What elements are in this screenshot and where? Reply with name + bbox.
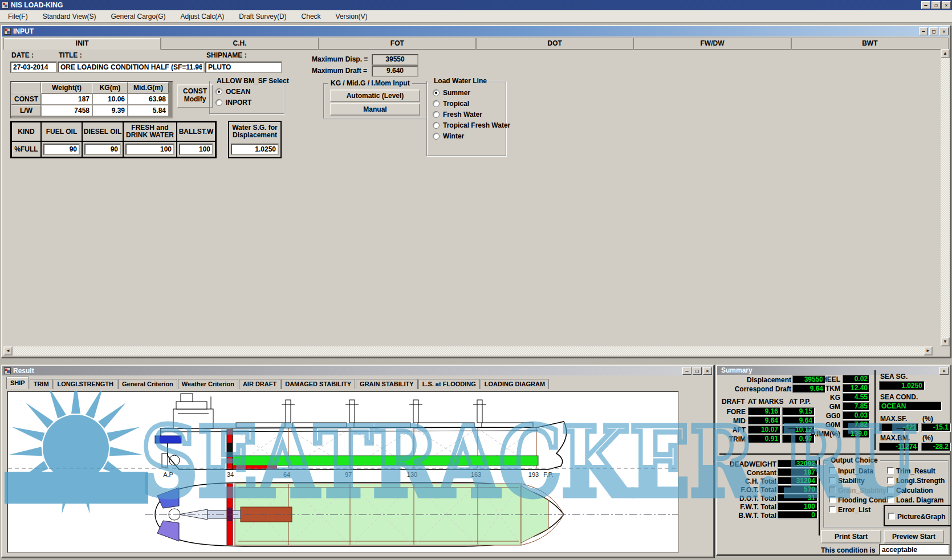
kg-input-group: KG / Mid.G / I.Mom Input Automatic (Leve… <box>323 83 427 118</box>
flooding-cond-checkbox[interactable] <box>829 496 836 503</box>
constant-label: Constant <box>717 469 776 477</box>
cell-kg[interactable]: 10.06 <box>92 93 128 105</box>
close-icon[interactable]: ✕ <box>942 1 951 9</box>
const-col-blank <box>11 82 41 93</box>
menu-file[interactable]: File(F) <box>8 13 28 21</box>
tropical-radio[interactable] <box>433 100 440 107</box>
vertical-scrollbar[interactable] <box>941 49 950 346</box>
preview-start-button[interactable]: Preview Start <box>884 530 944 543</box>
stability-label: Stability <box>838 477 865 485</box>
water-sg-input[interactable] <box>231 144 279 155</box>
tab-air-draft[interactable]: AIR DRAFT <box>239 379 280 389</box>
scroll-right-icon[interactable]: ► <box>923 346 933 355</box>
engine-bulkhead-dark <box>227 443 233 457</box>
draft-header: DRAFT <box>722 398 745 406</box>
trim-label: TRIM <box>719 435 746 443</box>
error-list-checkbox[interactable] <box>829 506 836 513</box>
tab-weather-criterion[interactable]: Weather Criterion <box>178 379 238 389</box>
tab-ch[interactable]: C.H. <box>161 38 318 50</box>
picture-graph-checkbox[interactable] <box>888 513 895 520</box>
diesel-oil-input[interactable] <box>84 144 121 155</box>
horizontal-scrollbar[interactable] <box>3 346 933 355</box>
tab-ship[interactable]: SHIP <box>6 377 29 389</box>
ocean-radio[interactable] <box>215 88 222 95</box>
tab-dot[interactable]: DOT <box>476 38 633 50</box>
minimize-icon[interactable]: – <box>682 367 691 375</box>
shipname-input[interactable] <box>205 62 282 73</box>
minimize-icon[interactable]: – <box>919 27 928 35</box>
close-icon[interactable]: ✕ <box>939 367 949 375</box>
result-titlebar: Result – □ ✕ <box>2 366 713 375</box>
cell-midg[interactable]: 63.98 <box>128 93 169 105</box>
title-input[interactable] <box>58 62 205 73</box>
condition-field[interactable] <box>879 544 950 555</box>
maximize-icon[interactable]: □ <box>693 367 702 375</box>
tab-init[interactable]: INIT <box>3 38 161 50</box>
menu-version[interactable]: Version(V) <box>336 13 368 21</box>
tab-trim[interactable]: TRIM <box>30 379 53 389</box>
manual-button[interactable]: Manual <box>330 103 420 116</box>
result-window-title: Result <box>13 367 34 375</box>
calculation-checkbox[interactable] <box>887 487 894 493</box>
bwt-total-value: 0 <box>778 511 817 519</box>
const-modify-button[interactable]: CONST Modify <box>177 84 213 108</box>
tab-loading-diagram[interactable]: LOADING DIAGRAM <box>481 379 549 389</box>
output-choice-title: Output Choice <box>828 456 880 464</box>
load-diagram-checkbox[interactable] <box>887 496 894 503</box>
tab-general-criterion[interactable]: General Criterion <box>118 379 177 389</box>
menu-general-cargo[interactable]: General Cargo(G) <box>111 13 166 21</box>
ballast-input[interactable] <box>179 144 213 155</box>
summary-title: Summary <box>721 366 752 374</box>
kg-input-title: KG / Mid.G / I.Mom Input <box>328 79 412 87</box>
inport-label: INPORT <box>226 99 251 107</box>
menu-draft-survey[interactable]: Draft Survey(D) <box>239 13 286 21</box>
fuel-oil-input[interactable] <box>43 144 80 155</box>
automatic-level-button[interactable]: Automatic (Level) <box>330 89 420 102</box>
tab-longi-strength[interactable]: LONGI.STRENGTH <box>54 379 117 389</box>
scroll-left-icon[interactable]: ◄ <box>3 346 13 355</box>
cargo-level-bar <box>233 456 538 465</box>
tab-fwdw[interactable]: FW/DW <box>633 38 791 50</box>
cell-kg[interactable]: 9.39 <box>92 105 128 116</box>
menu-adjust-calc[interactable]: Adjust Calc(A) <box>181 13 225 21</box>
print-start-button[interactable]: Print Start <box>821 530 881 543</box>
scroll-up-icon[interactable]: ▲ <box>941 49 950 58</box>
close-icon[interactable]: ✕ <box>703 367 712 375</box>
inport-radio[interactable] <box>215 99 222 106</box>
restore-icon[interactable]: ❐ <box>931 1 941 9</box>
maximize-icon[interactable]: □ <box>929 27 938 35</box>
menu-check[interactable]: Check <box>302 13 321 21</box>
ch-total-label: C.H. Total <box>717 477 776 485</box>
close-icon[interactable]: ✕ <box>939 27 949 35</box>
stability-checkbox[interactable] <box>829 477 836 484</box>
winter-radio[interactable] <box>433 133 440 140</box>
tab-damaged-stability[interactable]: DAMAGED STABILITY <box>281 379 355 389</box>
cell-midg[interactable]: 5.84 <box>128 105 169 116</box>
input-data-checkbox[interactable] <box>829 467 836 474</box>
summer-radio[interactable] <box>433 89 440 96</box>
tropical-fresh-water-radio[interactable] <box>433 122 440 129</box>
frame-label-fp: F.P. <box>543 471 554 478</box>
cell-weight[interactable]: 7458 <box>41 105 92 116</box>
tab-grain-stability[interactable]: GRAIN STABILITY <box>356 379 418 389</box>
date-input[interactable] <box>10 62 57 73</box>
tab-ls-at-flooding[interactable]: L.S. at FLOODING <box>418 379 480 389</box>
tab-fot[interactable]: FOT <box>319 38 476 50</box>
max-sf-pct-label: (%) <box>922 415 933 423</box>
fresh-water-radio[interactable] <box>433 111 440 118</box>
aft-marks-value: 10.07 <box>748 426 780 434</box>
fresh-water-input[interactable] <box>125 144 174 155</box>
tab-bwt[interactable]: BWT <box>791 38 949 50</box>
trim-result-checkbox[interactable] <box>887 467 894 474</box>
kg-value: 4.55 <box>843 393 870 402</box>
menu-standard-view[interactable]: Standard View(S) <box>43 13 96 21</box>
frame-label-163: 163 <box>471 471 481 478</box>
fot-total-value: 570 <box>778 485 817 493</box>
dot-total-label: D.O.T. Total <box>717 494 776 502</box>
longi-strength-checkbox[interactable] <box>887 477 894 484</box>
minimize-icon[interactable]: – <box>921 1 930 9</box>
ship-diagram-canvas: A.P 34 64 97 130 163 193 F.P. <box>7 391 679 553</box>
cell-weight[interactable]: 187 <box>41 93 92 105</box>
scroll-down-icon[interactable]: ▼ <box>941 337 950 346</box>
gg0-label: GG0 <box>803 412 840 420</box>
